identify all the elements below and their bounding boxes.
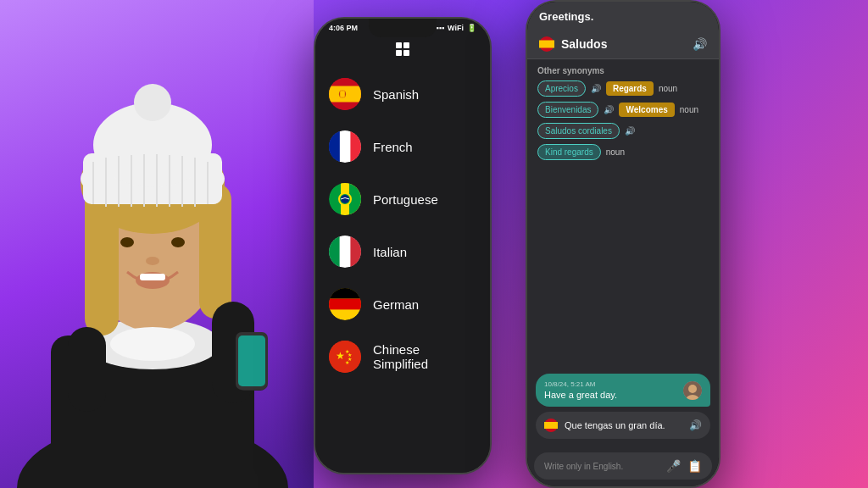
flag-chinese: ★★★★★ (329, 341, 361, 373)
grid-icon[interactable] (315, 34, 490, 64)
signal-icon: ▪▪▪ (437, 24, 445, 32)
language-name-french: French (373, 140, 413, 154)
chat-text-translation: Que tengas un gran día. (565, 420, 682, 430)
language-name-spanish: Spanish (373, 87, 419, 102)
synonym-kind-regards[interactable]: Kind regards (537, 144, 601, 160)
person-illustration (0, 14, 314, 488)
list-item[interactable]: Spanish (315, 68, 490, 120)
list-item[interactable]: Portuguese (315, 173, 490, 225)
noun-label-1: noun (659, 84, 677, 93)
mic-icon[interactable]: 🎤 (666, 459, 681, 473)
svg-rect-55 (329, 288, 361, 299)
svg-rect-64 (539, 41, 554, 48)
chat-section: 10/8/24, 5:21 AM Have a great day. Que t… (527, 369, 719, 449)
svg-text:★: ★ (345, 360, 349, 365)
svg-point-26 (146, 257, 159, 265)
noun-label-4: noun (606, 147, 625, 157)
flag-spanish (329, 78, 361, 110)
svg-rect-40 (340, 91, 345, 97)
synonym-row-1: Aprecios 🔊 Regards noun (537, 80, 709, 97)
synonym-saludos-cordiales[interactable]: Saludos cordiales (537, 123, 620, 139)
svg-rect-52 (329, 236, 340, 268)
input-placeholder: Write only in English. (544, 462, 659, 471)
synonyms-title: Other synonyms (537, 66, 709, 75)
language-name-italian: Italian (373, 245, 407, 259)
language-name-portuguese: Portuguese (373, 192, 438, 207)
synonym-row-3: Saludos cordiales 🔊 (537, 123, 709, 139)
svg-rect-31 (68, 327, 106, 412)
list-item[interactable]: ★★★★★ Chinese Simplified (315, 330, 490, 383)
flag-spanish-small (539, 36, 554, 52)
speaker-saludos-cordiales[interactable]: 🔊 (625, 126, 635, 136)
flag-german (329, 288, 361, 320)
svg-rect-25 (140, 274, 165, 280)
chat-bubble-translation: Que tengas un gran día. 🔊 (536, 412, 710, 439)
speaker-translation[interactable]: 🔊 (689, 419, 702, 431)
phone-left: 4:06 PM ▪▪▪ WiFi 🔋 Spanish (314, 17, 492, 474)
svg-point-66 (688, 385, 697, 393)
saludos-row: Saludos 🔊 (527, 30, 719, 59)
noun-label-2: noun (680, 105, 698, 114)
flag-italian (329, 236, 361, 268)
language-name-german: German (373, 297, 419, 312)
synonym-aprecios[interactable]: Aprecios (537, 80, 586, 97)
svg-rect-30 (238, 336, 265, 386)
svg-point-32 (110, 327, 195, 361)
flag-portuguese (329, 183, 361, 215)
svg-point-11 (134, 84, 171, 121)
svg-text:★: ★ (336, 350, 345, 362)
svg-rect-53 (350, 236, 361, 268)
svg-rect-69 (544, 422, 558, 429)
wifi-icon: WiFi (448, 24, 464, 32)
chat-text-user: Have a great day. (544, 390, 617, 400)
person-background (0, 0, 314, 488)
battery-icon: 🔋 (467, 24, 476, 32)
flag-spanish-chat (544, 419, 558, 432)
svg-rect-6 (85, 183, 119, 336)
speaker-bienvenidas[interactable]: 🔊 (604, 105, 614, 114)
user-avatar (683, 381, 702, 400)
list-item[interactable]: German (315, 278, 490, 330)
input-bar[interactable]: Write only in English. 🎤 📋 (534, 452, 712, 480)
flag-french (329, 130, 361, 163)
list-item[interactable]: French (315, 120, 490, 173)
phone-left-notch (369, 19, 437, 37)
synonyms-section: Other synonyms Aprecios 🔊 Regards noun B… (527, 59, 719, 369)
synonym-welcomes[interactable]: Welcomes (619, 103, 674, 117)
greetings-text: Greetings. (539, 10, 593, 23)
svg-point-50 (341, 195, 349, 203)
language-list: Spanish French Portuguese (315, 64, 490, 386)
greetings-header: Greetings. (527, 2, 719, 30)
chat-timestamp: 10/8/24, 5:21 AM (544, 380, 617, 388)
list-item[interactable]: Italian (315, 225, 490, 278)
svg-rect-57 (329, 341, 361, 373)
svg-rect-34 (403, 42, 409, 48)
svg-rect-35 (396, 50, 402, 56)
time-display: 4:06 PM (329, 24, 358, 32)
synonym-regards[interactable]: Regards (606, 81, 654, 96)
chat-bubble-user: 10/8/24, 5:21 AM Have a great day. (536, 374, 710, 407)
svg-point-23 (171, 237, 185, 247)
svg-rect-56 (329, 299, 361, 310)
language-name-chinese: Chinese Simplified (373, 342, 476, 371)
paste-icon[interactable]: 📋 (687, 459, 702, 473)
svg-rect-33 (396, 42, 402, 48)
saludos-word: Saludos (561, 37, 686, 51)
synonym-bienvenidas[interactable]: Bienvenidas (537, 102, 598, 118)
synonym-row-2: Bienvenidas 🔊 Welcomes noun (537, 102, 709, 118)
svg-rect-36 (403, 50, 409, 56)
input-icons: 🎤 📋 (666, 459, 702, 473)
speaker-aprecios[interactable]: 🔊 (591, 84, 601, 93)
svg-point-22 (120, 237, 134, 247)
phone-right: Greetings. Saludos 🔊 Other synonyms Apre… (526, 0, 721, 488)
synonym-row-4: Kind regards noun (537, 144, 709, 160)
speaker-icon-saludos[interactable]: 🔊 (693, 37, 707, 51)
